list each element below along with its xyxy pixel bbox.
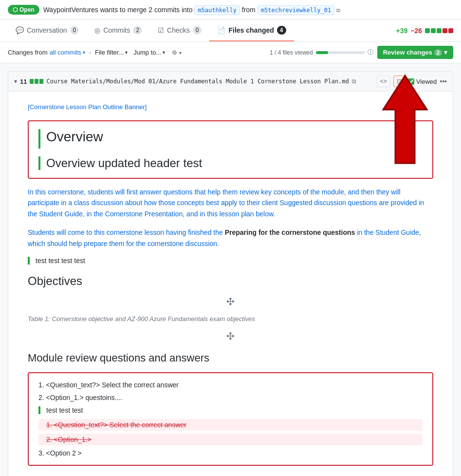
diff-bars bbox=[30, 79, 43, 84]
review-changes-button[interactable]: Review changes 2 ▾ bbox=[377, 46, 453, 59]
review-caret: ▾ bbox=[444, 49, 447, 56]
diff-file-header: ▾ 11 Course Materials/Modules/Mod 01/Azu… bbox=[8, 72, 453, 92]
rich-diff-icon: ⊡ bbox=[397, 78, 402, 85]
viewed-label[interactable]: Viewed bbox=[408, 78, 437, 85]
diff-bar-3 bbox=[39, 79, 43, 84]
blockquote: test test test test bbox=[28, 257, 433, 265]
commits-icon: ◎ bbox=[94, 26, 100, 34]
stat-block-red-1 bbox=[443, 28, 447, 33]
copy-icon[interactable]: ⧉ bbox=[336, 7, 340, 13]
image-link[interactable]: [Cornerstone Lesson Plan Outline Banner] bbox=[28, 103, 433, 111]
tab-files-changed[interactable]: 📄 Files changed 4 bbox=[209, 20, 294, 41]
tab-checks[interactable]: ☑ Checks 0 bbox=[150, 20, 209, 41]
top-bar: ⬡ Open WaypointVentures wants to merge 2… bbox=[0, 0, 461, 20]
diff-container: ▾ 11 Course Materials/Modules/Mod 01/Azu… bbox=[8, 71, 453, 476]
settings-icon: ⚙ bbox=[172, 49, 177, 56]
more-options-button[interactable]: ••• bbox=[440, 77, 447, 85]
objectives-heading: Objectives bbox=[28, 274, 433, 288]
file-copy-icon[interactable]: ⧉ bbox=[352, 78, 356, 85]
settings-button[interactable]: ⚙ ▾ bbox=[169, 47, 184, 58]
test-line: test test test bbox=[38, 406, 423, 414]
deleted-q1-text: 1. <Question_text?> Select the correct a… bbox=[42, 419, 190, 431]
code-icon: <> bbox=[380, 78, 387, 85]
rich-diff-button[interactable]: ⊡ bbox=[393, 76, 405, 87]
changes-filter: Changes from all commits ▾ - File filter… bbox=[8, 47, 184, 58]
files-icon: 📄 bbox=[217, 26, 225, 34]
overview-heading: Overview bbox=[38, 129, 423, 149]
deleted-question-1: 1. <Question_text?> Select the correct a… bbox=[38, 419, 423, 431]
overview-updated-heading: Overview updated header test bbox=[38, 156, 423, 170]
diff-stat: +39 −26 bbox=[396, 27, 454, 35]
table-expand-icon: ✣ bbox=[226, 296, 235, 307]
diff-header-right: <> ⊡ Viewed ••• bbox=[377, 76, 447, 87]
stat-block-green-3 bbox=[437, 28, 442, 33]
stat-blocks bbox=[425, 28, 453, 33]
table-placeholder-2: ✣ bbox=[28, 330, 433, 342]
line-count: 11 bbox=[20, 78, 27, 85]
open-icon: ⬡ bbox=[13, 6, 18, 13]
table-caption: Table 1: Cornerstone objective and AZ-90… bbox=[28, 315, 433, 323]
toolbar-right: 1 / 4 files viewed ⓘ Review changes 2 ▾ bbox=[270, 46, 453, 59]
tab-conversation[interactable]: 💬 Conversation 0 bbox=[8, 20, 87, 41]
table-expand-icon-2: ✣ bbox=[226, 330, 235, 342]
caret-icon-2: ▾ bbox=[125, 50, 128, 55]
info-icon[interactable]: ⓘ bbox=[368, 48, 373, 57]
stat-block-green-2 bbox=[431, 28, 436, 33]
diff-bar-2 bbox=[35, 79, 38, 84]
tabs-bar: 💬 Conversation 0 ◎ Commits 2 ☑ Checks 0 … bbox=[0, 20, 461, 42]
table-placeholder-1: ✣ bbox=[28, 296, 433, 307]
jump-to-dropdown[interactable]: Jump to... ▾ bbox=[133, 49, 165, 56]
deleted-question-2: 2. <Option_1.> bbox=[38, 434, 423, 445]
file-filter-dropdown[interactable]: File filter... ▾ bbox=[95, 49, 128, 56]
caret-icon-3: ▾ bbox=[163, 50, 165, 55]
conversation-icon: 💬 bbox=[16, 26, 24, 34]
settings-caret: ▾ bbox=[179, 50, 182, 56]
progress-bar bbox=[316, 51, 365, 54]
question-3: 3. <Option 2 > bbox=[38, 449, 423, 457]
target-branch[interactable]: m5authkelly bbox=[194, 5, 240, 15]
stat-block-red-2 bbox=[448, 28, 453, 33]
all-commits-dropdown[interactable]: all commits ▾ bbox=[50, 49, 85, 56]
pr-description: WaypointVentures wants to merge 2 commit… bbox=[43, 6, 340, 14]
question-2: 2. <Option_1.> questoins.... bbox=[38, 394, 423, 401]
overview-section: Overview Overview updated header test bbox=[28, 120, 433, 179]
caret-icon: ▾ bbox=[83, 50, 85, 55]
expand-button[interactable]: ▾ bbox=[14, 78, 17, 85]
stat-block-green-1 bbox=[425, 28, 430, 33]
question-1: 1. <Question_text?> Select the correct a… bbox=[38, 381, 423, 389]
paragraph-1: In this cornerstone, students will first… bbox=[28, 187, 433, 219]
source-branch[interactable]: m5techreviewkelly_01 bbox=[258, 5, 335, 15]
file-path: Course Materials/Modules/Mod 01/Azure Fu… bbox=[46, 78, 349, 85]
sub-toolbar: Changes from all commits ▾ - File filter… bbox=[0, 42, 461, 63]
deleted-q2-text: 2. <Option_1.> bbox=[42, 434, 95, 445]
module-heading: Module review questions and answers bbox=[28, 352, 433, 364]
progress-fill bbox=[316, 51, 328, 54]
diff-bar-1 bbox=[30, 79, 34, 84]
open-badge: ⬡ Open bbox=[8, 5, 39, 15]
diff-content: [Cornerstone Lesson Plan Outline Banner]… bbox=[8, 92, 453, 476]
tab-commits[interactable]: ◎ Commits 2 bbox=[87, 20, 150, 41]
questions-section: 1. <Question_text?> Select the correct a… bbox=[28, 372, 433, 466]
checks-icon: ☑ bbox=[158, 26, 164, 34]
bold-text: Preparing for the cornerstone questions bbox=[225, 228, 355, 236]
code-view-button[interactable]: <> bbox=[377, 76, 390, 87]
files-viewed-indicator: 1 / 4 files viewed ⓘ bbox=[270, 48, 373, 57]
paragraph-2: Students will come to this cornerstone l… bbox=[28, 227, 433, 249]
diff-header-left: ▾ 11 Course Materials/Modules/Mod 01/Azu… bbox=[14, 78, 373, 85]
viewed-checkbox[interactable] bbox=[408, 78, 414, 85]
